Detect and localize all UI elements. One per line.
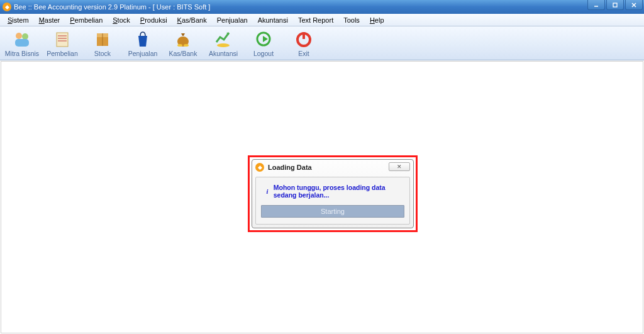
toolbar-label: Kas/Bank: [169, 50, 197, 57]
shopping-bag-icon: [133, 30, 152, 48]
people-icon: [13, 30, 31, 48]
close-button[interactable]: [625, 0, 643, 10]
toolbar-label: Pembelian: [47, 50, 78, 57]
app-icon: ◆: [3, 3, 11, 11]
toolbar-mitra-bisnis[interactable]: Mitra Bisnis: [3, 28, 42, 58]
svg-rect-1: [613, 3, 617, 7]
menu-tools[interactable]: Tools: [338, 15, 365, 25]
svg-rect-6: [15, 39, 29, 47]
title-bar: ◆ Bee :: Bee Accounting version 2.9 Plat…: [0, 0, 644, 14]
dialog-message: Mohon tunggu, proses loading data sedang…: [274, 184, 404, 199]
box-icon: [93, 30, 112, 48]
minimize-button[interactable]: [587, 0, 605, 10]
toolbar-pembelian[interactable]: Pembelian: [43, 28, 82, 58]
svg-marker-20: [263, 36, 268, 42]
menu-bar: Sistem Master Pembelian Stock Produksi K…: [0, 14, 644, 26]
dialog-titlebar: ◆ Loading Data ✕: [253, 160, 413, 174]
menu-penjualan[interactable]: Penjualan: [212, 15, 253, 25]
money-bag-icon: [174, 30, 192, 48]
toolbar-label: Stock: [94, 50, 111, 57]
purchase-icon: [53, 30, 72, 48]
maximize-button[interactable]: [606, 0, 624, 10]
dialog-body: i Mohon tunggu, proses loading data seda…: [255, 177, 410, 225]
toolbar-label: Penjualan: [128, 50, 158, 57]
svg-point-4: [16, 33, 22, 39]
menu-sistem[interactable]: Sistem: [3, 15, 34, 25]
dialog-message-row: i Mohon tunggu, proses loading data seda…: [261, 184, 404, 199]
loading-dialog: ◆ Loading Data ✕ i Mohon tunggu, proses …: [252, 159, 414, 228]
svg-point-16: [184, 44, 189, 47]
toolbar-label: Mitra Bisnis: [5, 50, 39, 57]
svg-rect-7: [57, 33, 68, 47]
menu-help[interactable]: Help: [365, 15, 389, 25]
svg-point-18: [217, 43, 230, 47]
progress-text: Starting: [321, 208, 345, 215]
window-controls: [587, 0, 643, 11]
toolbar-exit[interactable]: Exit: [284, 28, 323, 58]
toolbar-akuntansi[interactable]: Akuntansi: [204, 28, 243, 58]
toolbar-kasbank[interactable]: Kas/Bank: [164, 28, 203, 58]
toolbar-logout[interactable]: Logout: [244, 28, 283, 58]
svg-point-15: [177, 44, 182, 47]
info-icon: i: [265, 188, 270, 194]
toolbar-label: Logout: [253, 50, 274, 57]
dialog-title: Loading Data: [268, 164, 312, 171]
svg-point-5: [22, 33, 28, 40]
dialog-app-icon: ◆: [255, 163, 264, 172]
menu-akuntansi[interactable]: Akuntansi: [253, 15, 293, 25]
progress-bar: Starting: [261, 205, 404, 218]
menu-master[interactable]: Master: [34, 15, 65, 25]
highlight-frame: ◆ Loading Data ✕ i Mohon tunggu, proses …: [248, 155, 418, 232]
toolbar: Mitra Bisnis Pembelian Stock Penjualan K…: [0, 26, 644, 60]
window-title: Bee :: Bee Accounting version 2.9 Platin…: [14, 3, 210, 11]
logout-icon: [254, 30, 273, 48]
menu-kasbank[interactable]: Kas/Bank: [172, 15, 212, 25]
menu-text-report[interactable]: Text Report: [293, 15, 338, 25]
toolbar-penjualan[interactable]: Penjualan: [123, 28, 162, 58]
toolbar-label: Akuntansi: [209, 50, 238, 57]
chart-icon: [214, 30, 233, 48]
toolbar-stock[interactable]: Stock: [83, 28, 122, 58]
menu-produksi[interactable]: Produksi: [135, 15, 172, 25]
menu-pembelian[interactable]: Pembelian: [65, 15, 108, 25]
power-icon: [294, 30, 313, 48]
menu-stock[interactable]: Stock: [108, 15, 135, 25]
toolbar-label: Exit: [298, 50, 309, 57]
dialog-close-button[interactable]: ✕: [389, 162, 410, 171]
